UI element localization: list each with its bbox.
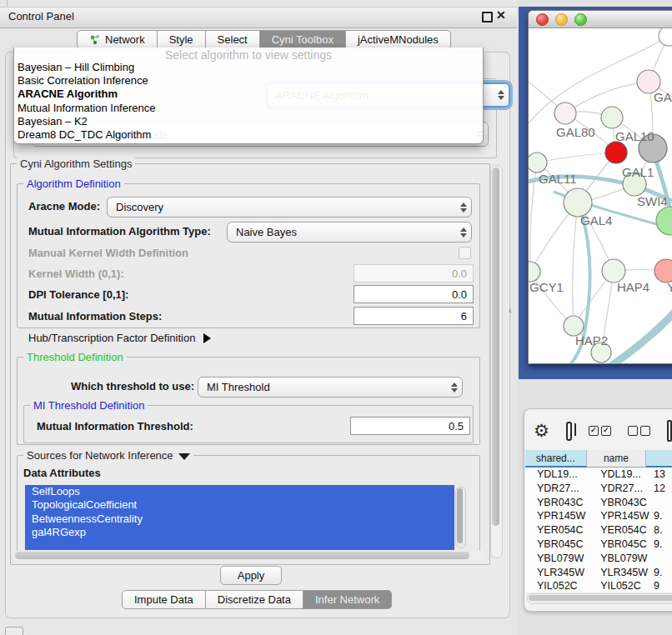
mi-threshold-group-title: MI Threshold Definition <box>30 399 148 412</box>
table-row[interactable]: YER054CYER054C8. <box>525 523 672 538</box>
table-cell: YDL19... <box>525 468 589 482</box>
minimize-traffic-light-icon[interactable] <box>555 13 568 26</box>
network-node[interactable] <box>601 107 623 128</box>
network-view-window[interactable]: GALGAL80GAL10GAL1GAL11SWI4GAL4GCY1HAP4YH… <box>528 10 672 364</box>
table-row[interactable]: YDL19...YDL19...13 <box>525 468 672 482</box>
table-cell: YBR043C <box>589 496 650 510</box>
attribute-list-item[interactable]: gal4RGexp <box>25 526 454 539</box>
network-canvas-background: GALGAL80GAL10GAL1GAL11SWI4GAL4GCY1HAP4YH… <box>519 7 672 379</box>
settings-group-title: Cyni Algorithm Settings <box>17 158 135 170</box>
mi-threshold-field[interactable]: 0.5 <box>350 417 470 435</box>
sources-group-title[interactable]: Sources for Network Inference <box>23 449 193 462</box>
attribute-list-item[interactable]: SelfLoops <box>25 485 454 498</box>
table-cell: YER054C <box>525 523 589 538</box>
new-table-icon[interactable] <box>667 420 672 442</box>
table-cell: 8. <box>650 523 672 538</box>
dropdown-item[interactable]: ARACNE Algorithm <box>14 88 483 101</box>
table-row[interactable]: YBR045CYBR045C9. <box>525 538 672 552</box>
which-threshold-combobox[interactable]: MI Threshold <box>198 377 463 398</box>
node-label: GAL4 <box>580 213 612 228</box>
tab-style[interactable]: Style <box>158 30 206 49</box>
mi-type-combobox[interactable]: Naive Bayes <box>227 222 472 242</box>
panel-title: Control Panel <box>8 10 74 22</box>
stepper-arrows-icon <box>460 228 467 238</box>
network-edge[interactable] <box>573 202 578 326</box>
table-row[interactable]: YIL052CYIL052C9 <box>525 579 672 592</box>
hub-definition-label: Hub/Transcription Factor Definition <box>28 332 195 344</box>
network-node[interactable] <box>656 207 672 235</box>
float-window-icon[interactable] <box>482 12 493 22</box>
table-cell: YLR345W <box>525 566 589 580</box>
dropdown-item[interactable]: Bayesian – Hill Climbing <box>14 61 483 74</box>
table-row[interactable]: YDR27...YDR27...12 <box>525 482 672 496</box>
network-node[interactable] <box>529 152 547 172</box>
column-header[interactable]: name <box>587 450 646 468</box>
attribute-list-item[interactable]: TopologicalCoefficient <box>25 498 454 512</box>
dropdown-item[interactable]: Mutual Information Inference <box>14 102 483 115</box>
network-node[interactable] <box>654 259 672 282</box>
control-panel-tabs: NetworkStyleSelectCyni ToolboxjActiveMNo… <box>77 30 451 49</box>
columns-icon[interactable] <box>566 422 572 441</box>
manual-kernel-checkbox[interactable] <box>459 247 471 259</box>
network-node[interactable] <box>602 259 625 282</box>
node-label: GAL80 <box>556 125 595 139</box>
close-traffic-light-icon[interactable] <box>536 13 549 26</box>
dropdown-item[interactable]: Dream8 DC_TDC Algorithm <box>14 128 483 142</box>
dropdown-item[interactable]: Basic Correlation Inference <box>14 74 483 88</box>
table-cell: 9. <box>650 566 672 580</box>
table-row[interactable]: YBL079WYBL079W <box>525 552 672 566</box>
close-icon[interactable]: ✕ <box>496 8 506 22</box>
network-node[interactable] <box>605 142 627 163</box>
data-attributes-list[interactable]: SelfLoopsTopologicalCoefficientBetweenne… <box>25 485 454 550</box>
table-header-row: shared...name <box>525 450 672 468</box>
network-window-titlebar[interactable] <box>529 11 672 28</box>
dropdown-item[interactable]: Bayesian – K2 <box>14 115 483 128</box>
bottom-tab-discretize-data[interactable]: Discretize Data <box>206 590 303 609</box>
node-label: GAL10 <box>615 129 654 143</box>
attribute-list-item[interactable]: BetweennessCentrality <box>25 512 454 526</box>
mini-button[interactable] <box>5 627 23 635</box>
select-all-checks-icon[interactable]: ✓✓ <box>589 426 611 436</box>
network-node[interactable] <box>659 28 672 46</box>
network-edge[interactable] <box>537 152 616 162</box>
hub-definition-expander[interactable]: Hub/Transcription Factor Definition <box>28 332 211 344</box>
gear-icon[interactable]: ⚙ <box>534 422 549 439</box>
settings-vertical-scrollbar[interactable] <box>490 165 503 558</box>
column-header[interactable]: shared... <box>525 450 587 468</box>
network-node[interactable] <box>564 188 592 217</box>
tab-select[interactable]: Select <box>206 30 260 49</box>
network-node[interactable] <box>554 102 576 124</box>
network-node[interactable] <box>529 262 540 282</box>
aracne-mode-combobox[interactable]: Discovery <box>107 197 472 218</box>
tab-jactivemnodules[interactable]: jActiveMNodules <box>346 30 451 49</box>
column-header[interactable] <box>646 450 672 468</box>
edge-artifact <box>7 0 8 7</box>
attributes-scrollbar[interactable] <box>455 487 466 548</box>
panel-divider-handle[interactable]: ‹ <box>509 305 512 315</box>
table-row[interactable]: YBR043CYBR043C <box>525 496 672 510</box>
settings-horizontal-scrollbar[interactable] <box>13 551 487 560</box>
kernel-width-field[interactable]: 0.0 <box>354 264 474 282</box>
tab-network[interactable]: Network <box>77 30 158 49</box>
dpi-tolerance-field[interactable]: 0.0 <box>354 285 474 303</box>
node-label: GAL11 <box>539 172 577 186</box>
bottom-tab-infer-network[interactable]: Infer Network <box>303 590 392 609</box>
mi-steps-field[interactable]: 6 <box>354 307 474 325</box>
node-label: GCY1 <box>529 280 564 294</box>
apply-button[interactable]: Apply <box>220 566 282 585</box>
bottom-tab-impute-data[interactable]: Impute Data <box>122 590 206 609</box>
table-horizontal-scrollbar[interactable] <box>527 593 672 604</box>
mi-type-value: Naive Bayes <box>236 226 297 238</box>
tab-cyni-toolbox[interactable]: Cyni Toolbox <box>260 30 346 49</box>
node-label: GAL1 <box>622 165 654 179</box>
table-row[interactable]: YPR145WYPR145W9. <box>525 509 672 523</box>
network-graph[interactable]: GALGAL80GAL10GAL1GAL11SWI4GAL4GCY1HAP4YH… <box>529 28 672 364</box>
table-cell: YIL052C <box>525 579 589 592</box>
kernel-width-value: 0.0 <box>452 268 467 280</box>
mi-threshold-label: Mutual Information Threshold: <box>37 420 193 432</box>
which-threshold-value: MI Threshold <box>207 381 270 393</box>
zoom-traffic-light-icon[interactable] <box>574 13 587 26</box>
control-panel-titlebar <box>0 7 517 28</box>
table-row[interactable]: YLR345WYLR345W9. <box>525 566 672 580</box>
deselect-all-checks-icon[interactable] <box>628 426 650 436</box>
